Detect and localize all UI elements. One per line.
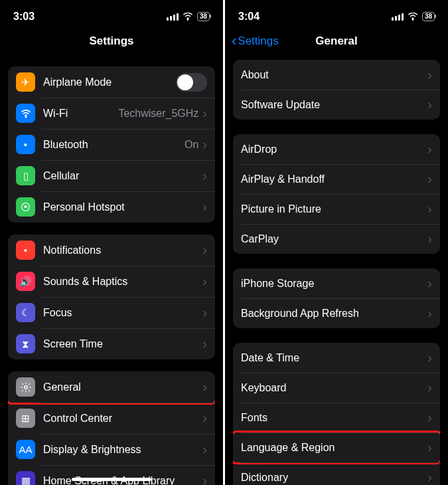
settings-group: •Notifications›🔊Sounds & Haptics›☾Focus›… — [8, 235, 215, 359]
chevron-right-icon: › — [427, 201, 432, 217]
status-time: 3:03 — [13, 11, 35, 23]
hotspot-icon: ⦿ — [16, 197, 35, 217]
chevron-right-icon: › — [427, 97, 432, 112]
settings-row-general[interactable]: General› — [8, 371, 215, 403]
row-label: Control Center — [43, 413, 202, 425]
row-label: Focus — [43, 307, 202, 319]
display-icon: AA — [16, 440, 35, 459]
screentime-icon: ⧗ — [16, 334, 35, 353]
settings-row-keyboard[interactable]: Keyboard› — [233, 373, 440, 403]
toggle-switch[interactable] — [176, 73, 207, 92]
settings-row-notifications[interactable]: •Notifications› — [8, 235, 215, 266]
settings-row-about[interactable]: About› — [233, 60, 440, 90]
settings-row-display-brightness[interactable]: AADisplay & Brightness› — [8, 434, 215, 465]
home-indicator[interactable] — [72, 478, 151, 481]
chevron-right-icon: › — [202, 473, 207, 485]
row-label: CarPlay — [241, 233, 427, 245]
settings-row-picture-in-picture[interactable]: Picture in Picture› — [233, 194, 440, 224]
settings-row-software-update[interactable]: Software Update› — [233, 90, 440, 120]
status-time: 3:04 — [238, 11, 260, 23]
general-icon — [16, 377, 35, 397]
row-label: Wi-Fi — [43, 108, 118, 120]
cellular-icon: ▯ — [16, 166, 35, 185]
row-label: AirDrop — [241, 144, 427, 155]
settings-row-focus[interactable]: ☾Focus› — [8, 297, 215, 328]
row-label: Cellular — [43, 170, 202, 182]
sounds-icon: 🔊 — [16, 272, 35, 291]
settings-row-airdrop[interactable]: AirDrop› — [233, 134, 440, 164]
row-label: Sounds & Haptics — [43, 276, 202, 288]
row-label: Notifications — [43, 244, 202, 256]
row-label: Airplane Mode — [43, 76, 176, 88]
row-label: About — [241, 69, 427, 81]
chevron-right-icon: › — [202, 168, 207, 183]
battery-icon: 38 — [422, 12, 435, 21]
row-label: Dictionary — [241, 472, 427, 484]
chevron-right-icon: › — [427, 350, 432, 365]
wifi-status-icon — [408, 11, 418, 23]
controlcenter-icon: ⊞ — [16, 409, 35, 428]
chevron-right-icon: › — [202, 336, 207, 351]
airplane-icon: ✈ — [16, 72, 35, 92]
svg-point-2 — [24, 385, 27, 389]
chevron-right-icon: › — [427, 231, 432, 246]
settings-row-sounds-haptics[interactable]: 🔊Sounds & Haptics› — [8, 266, 215, 297]
settings-row-language-region[interactable]: Language & Region› — [233, 433, 440, 462]
settings-row-iphone-storage[interactable]: iPhone Storage› — [233, 268, 440, 298]
row-label: AirPlay & Handoff — [241, 173, 427, 185]
settings-row-carplay[interactable]: CarPlay› — [233, 224, 440, 254]
nav-bar: ‹SettingsGeneral — [225, 28, 448, 54]
settings-row-home-screen-app-library[interactable]: ▦Home Screen & App Library› — [8, 465, 215, 485]
row-label: Date & Time — [241, 352, 427, 364]
chevron-right-icon: › — [427, 440, 432, 455]
settings-group: ✈Airplane ModeWi-FiTechwiser_5GHz›•Bluet… — [8, 66, 215, 223]
row-label: Personal Hotspot — [43, 201, 202, 213]
row-label: Language & Region — [241, 442, 427, 454]
chevron-right-icon: › — [427, 380, 432, 395]
settings-row-personal-hotspot[interactable]: ⦿Personal Hotspot› — [8, 191, 215, 223]
svg-point-4 — [412, 19, 413, 20]
row-label: iPhone Storage — [241, 278, 427, 290]
chevron-right-icon: › — [202, 199, 207, 215]
status-icons: 38 — [167, 11, 210, 23]
chevron-left-icon: ‹ — [232, 34, 236, 48]
nav-bar: Settings — [0, 28, 223, 54]
settings-row-fonts[interactable]: Fonts› — [233, 403, 440, 433]
settings-row-airplane-mode[interactable]: ✈Airplane Mode — [8, 66, 215, 98]
row-label: Keyboard — [241, 382, 427, 394]
settings-row-date-time[interactable]: Date & Time› — [233, 343, 440, 373]
settings-group: AirDrop›AirPlay & Handoff›Picture in Pic… — [233, 134, 440, 254]
row-label: Screen Time — [43, 338, 202, 350]
settings-group: iPhone Storage›Background App Refresh› — [233, 268, 440, 328]
chevron-right-icon: › — [202, 379, 207, 395]
settings-row-bluetooth[interactable]: •BluetoothOn› — [8, 129, 215, 160]
back-button[interactable]: ‹Settings — [232, 34, 279, 48]
settings-row-background-app-refresh[interactable]: Background App Refresh› — [233, 298, 440, 328]
settings-row-cellular[interactable]: ▯Cellular› — [8, 160, 215, 191]
status-bar: 3:0338 — [0, 0, 223, 28]
chevron-right-icon: › — [427, 410, 432, 425]
svg-point-1 — [25, 116, 27, 118]
row-label: Software Update — [241, 99, 427, 111]
wifi-icon — [16, 104, 35, 123]
chevron-right-icon: › — [202, 305, 207, 320]
settings-group: General›⊞Control Center›AADisplay & Brig… — [8, 371, 215, 485]
notifications-icon: • — [16, 241, 35, 260]
status-icons: 38 — [392, 11, 435, 23]
settings-row-screen-time[interactable]: ⧗Screen Time› — [8, 328, 215, 359]
settings-row-wi-fi[interactable]: Wi-FiTechwiser_5GHz› — [8, 98, 215, 129]
focus-icon: ☾ — [16, 303, 35, 322]
settings-row-dictionary[interactable]: Dictionary› — [233, 462, 440, 485]
settings-row-control-center[interactable]: ⊞Control Center› — [8, 403, 215, 434]
row-label: Background App Refresh — [241, 308, 427, 320]
row-label: Fonts — [241, 412, 427, 424]
back-label: Settings — [238, 35, 278, 48]
chevron-right-icon: › — [427, 470, 432, 485]
homescreen-icon: ▦ — [16, 471, 35, 485]
chevron-right-icon: › — [202, 411, 207, 426]
page-title: General — [315, 35, 357, 48]
settings-row-airplay-handoff[interactable]: AirPlay & Handoff› — [233, 164, 440, 194]
row-label: Picture in Picture — [241, 203, 427, 215]
settings-group: About›Software Update› — [233, 60, 440, 120]
chevron-right-icon: › — [202, 137, 207, 152]
